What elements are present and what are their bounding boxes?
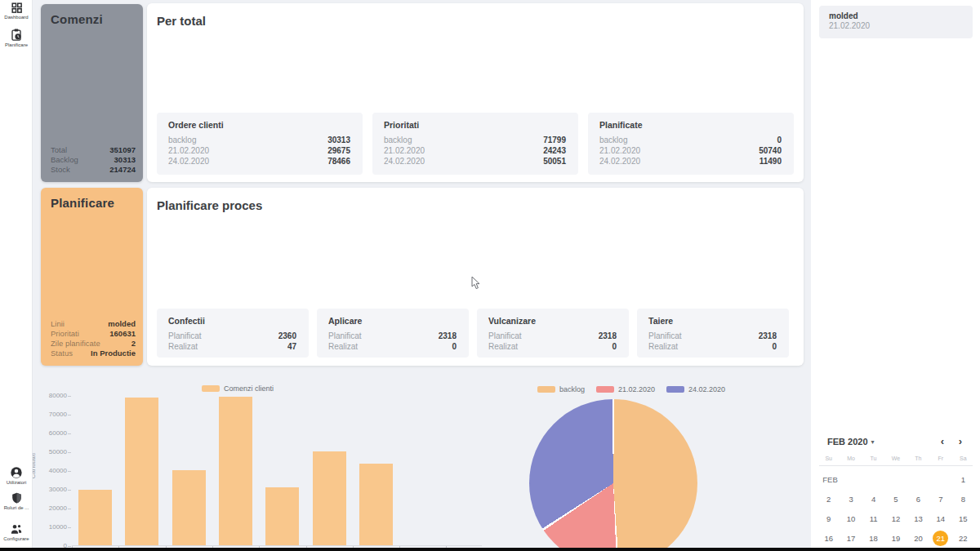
calendar-day[interactable]: 11 [862, 509, 884, 528]
calendar-day[interactable]: 9 [817, 509, 840, 528]
stat-value: 0 [452, 341, 457, 352]
calendar-day[interactable]: 18 [862, 528, 884, 548]
calendar-day[interactable]: 2 [817, 489, 840, 509]
calendar-day[interactable]: 6 [907, 489, 929, 509]
legend-swatch [666, 386, 684, 393]
legend-item-backlog[interactable]: backlog [537, 385, 585, 393]
pie-chart-legend: backlog 21.02.2020 24.02.2020 [537, 385, 725, 393]
sidebar-item-dashboard[interactable]: Dashboard [0, 2, 33, 20]
planificare-card[interactable]: Planificare Liniimolded Prioritati160631… [41, 188, 143, 366]
sidebar-item-label: Roluri de ... [0, 505, 33, 511]
calendar-day[interactable]: 4 [862, 489, 884, 509]
calendar-day[interactable]: 12 [884, 509, 906, 528]
pie-chart [529, 399, 697, 551]
y-axis-tick [68, 396, 71, 397]
stat-value: 24243 [543, 145, 566, 156]
planificare-proces-title: Planificare proces [157, 198, 262, 212]
stat-label: backlog [599, 135, 627, 145]
stat-value: 0 [772, 341, 777, 352]
shield-icon [0, 491, 33, 504]
calendar-day-number: 21 [933, 531, 948, 546]
event-title: molded [829, 11, 963, 21]
stat-value: 0 [612, 341, 617, 352]
stat-row: 24.02.202050051 [384, 156, 566, 167]
calendar-day-number [911, 472, 926, 487]
subcard-title: Confectii [168, 316, 296, 326]
y-axis-tick-label: 50000 [34, 448, 67, 456]
calendar-day[interactable]: 16 [817, 528, 840, 548]
legend-swatch [537, 386, 555, 393]
calendar-day[interactable]: 14 [929, 509, 951, 528]
sidebar-item-utilizatori[interactable]: Utilizatori [0, 466, 33, 486]
stat-row: Liniimolded [51, 319, 136, 329]
calendar-empty-cell [862, 469, 884, 489]
calendar-day[interactable]: 17 [840, 528, 862, 548]
stat-row: Zile planificate2 [51, 339, 136, 349]
chevron-down-icon[interactable]: ▾ [871, 438, 875, 446]
dashboard-page: Dashboard Planificare Util [0, 0, 980, 551]
stat-label: 21.02.2020 [384, 145, 425, 156]
stat-row: Realizat0 [488, 341, 617, 352]
dashboard-icon [0, 2, 33, 14]
calendar-next-button[interactable]: › [951, 434, 969, 449]
calendar-day-number [866, 472, 881, 487]
calendar-day-number: 1 [956, 472, 971, 487]
stat-label: Planificat [328, 331, 362, 341]
bar-plot: 0100002000030000400005000060000700008000… [72, 396, 482, 546]
calendar-day[interactable]: 15 [952, 509, 974, 528]
stat-label: Status [51, 349, 73, 358]
calendar-day[interactable]: 3 [840, 489, 862, 509]
stat-label: backlog [168, 135, 196, 145]
calendar-day-number: 19 [888, 531, 903, 546]
subcard-title: Aplicare [328, 316, 457, 326]
comenzi-card[interactable]: Comenzi Total351097 Backlog30313 Stock21… [41, 4, 143, 182]
stat-value: 50740 [759, 145, 782, 156]
calendar-day[interactable]: 7 [929, 489, 951, 509]
legend-item-24-02-2020[interactable]: 24.02.2020 [666, 385, 725, 393]
people-icon [0, 522, 33, 535]
calendar-day-headers: SuMoTuWeThFrSa [817, 454, 974, 465]
calendar-day[interactable]: 10 [840, 509, 862, 528]
event-card[interactable]: molded 21.02.2020 [819, 6, 973, 38]
stat-row: Planificat2318 [328, 331, 457, 341]
stat-label: 21.02.2020 [168, 145, 209, 156]
calendar-day-header: We [884, 454, 906, 465]
calendar-day[interactable]: 20 [907, 528, 929, 548]
stat-label: Realizat [648, 341, 678, 352]
stat-row: Stock214724 [51, 165, 136, 175]
stat-value: 11490 [760, 156, 782, 167]
ordere-clienti-card: Ordere clienti backlog30313 21.02.202029… [157, 113, 363, 175]
stat-row: backlog0 [599, 135, 782, 145]
calendar-prev-button[interactable]: ‹ [933, 434, 951, 449]
stat-value: 2 [131, 339, 136, 349]
calendar-day-number: 4 [866, 491, 881, 507]
legend-item-21-02-2020[interactable]: 21.02.2020 [596, 385, 655, 393]
legend-item-comenzi-clienti[interactable]: Comenzi clienti [202, 384, 274, 393]
sidebar-item-roluri[interactable]: Roluri de ... [0, 491, 33, 511]
taiere-card: Taiere Planificat2318 Realizat0 [637, 309, 789, 358]
legend-label: Comenzi clienti [224, 384, 274, 393]
stat-label: 24.02.2020 [599, 156, 640, 167]
sidebar-item-label: Utilizatori [0, 480, 33, 486]
y-axis-tick [68, 509, 71, 509]
stat-label: Realizat [488, 341, 518, 352]
calendar-month-select[interactable]: FEB 2020 [827, 437, 868, 447]
sidebar-item-label: Planificare [0, 42, 33, 48]
calendar-day[interactable]: 5 [884, 489, 906, 509]
sidebar-item-configurare[interactable]: Configurare [0, 522, 33, 542]
calendar-day[interactable]: 1 [952, 469, 974, 489]
stat-value: 214724 [109, 165, 136, 175]
calendar-day[interactable]: 19 [884, 528, 906, 548]
bar-chart-legend: Comenzi clienti [202, 384, 274, 393]
stat-label: backlog [384, 135, 412, 145]
calendar-day[interactable]: 21 [929, 528, 951, 548]
subcard-title: Taiere [648, 316, 777, 326]
calendar-day[interactable]: 8 [952, 489, 974, 509]
calendar-day[interactable]: 22 [952, 528, 974, 548]
calendar-day[interactable]: 13 [907, 509, 929, 528]
sidebar-item-planificare[interactable]: Planificare [0, 28, 33, 48]
y-axis-tick-label: 80000 [34, 392, 67, 400]
stat-row: Realizat0 [648, 341, 777, 352]
stat-value: 47 [287, 341, 296, 352]
y-axis-tick [68, 433, 71, 434]
